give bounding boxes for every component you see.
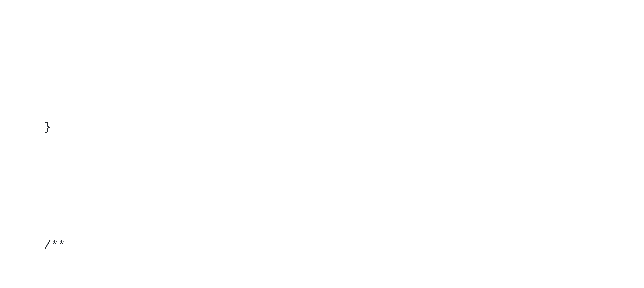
line-content: /**: [16, 237, 644, 254]
line-content: }: [16, 119, 644, 136]
line-marker: [0, 119, 16, 136]
line-marker: [0, 237, 16, 254]
diff-line-context: }: [0, 119, 644, 136]
diff-line-context: /**: [0, 237, 644, 254]
diff-container: } /** - * Returns a vlue from the sessio…: [0, 68, 644, 288]
